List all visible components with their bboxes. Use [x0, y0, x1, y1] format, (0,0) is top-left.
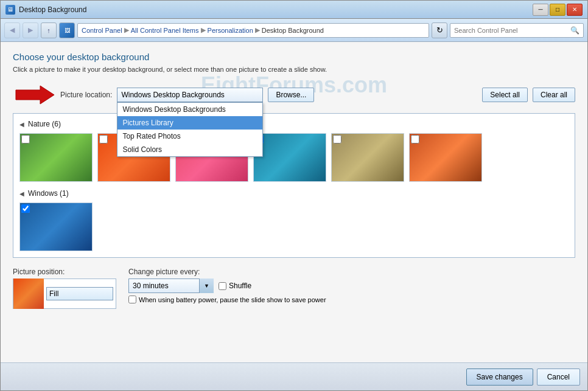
clear-all-button[interactable]: Clear all — [533, 88, 575, 102]
title-bar: 🖥 Desktop Background ─ □ ✕ — [1, 1, 587, 19]
save-changes-button[interactable]: Save changes — [466, 369, 533, 386]
location-select-wrapper: Windows Desktop Backgrounds Pictures Lib… — [117, 88, 263, 102]
windows-group-header: ◀ Windows (1) — [19, 189, 569, 198]
main-content: EightForums.com Choose your desktop back… — [1, 42, 587, 362]
windows-image-row — [19, 202, 569, 251]
battery-row: When using battery power, pause the slid… — [128, 296, 326, 303]
cancel-button[interactable]: Cancel — [537, 369, 580, 386]
shuffle-label: Shuffle — [229, 282, 251, 290]
close-button[interactable]: ✕ — [567, 4, 583, 16]
address-bar: ◀ ▶ ↑ 🖼 Control Panel ▶ All Control Pane… — [1, 19, 587, 42]
nature-collapse-icon[interactable]: ◀ — [19, 121, 24, 128]
window-icon: 🖥 — [5, 5, 15, 15]
svg-marker-0 — [16, 86, 54, 104]
nature-thumb-5[interactable] — [331, 133, 404, 182]
up-button[interactable]: ↑ — [41, 22, 57, 38]
refresh-button[interactable]: ↻ — [432, 22, 447, 38]
back-button[interactable]: ◀ — [4, 22, 20, 38]
windows-group-label: Windows (1) — [28, 189, 69, 198]
nature-image-row — [19, 133, 569, 182]
nature-thumb-1-checkbox[interactable] — [21, 135, 30, 144]
windows-collapse-icon[interactable]: ◀ — [19, 190, 24, 197]
nature-group-label: Nature (6) — [28, 120, 61, 128]
nature-group-header: ◀ Nature (6) — [19, 120, 569, 128]
picture-position-section: Picture position: Fill Fit Stretch Tile … — [13, 268, 116, 309]
breadcrumb-part-active[interactable]: Desktop Background — [262, 27, 324, 34]
windows-group: ◀ Windows (1) — [19, 189, 569, 251]
page-title: Choose your desktop background — [13, 52, 575, 62]
picture-location-select[interactable]: Windows Desktop Backgrounds Pictures Lib… — [117, 88, 263, 102]
breadcrumb-part[interactable]: Control Panel — [82, 27, 122, 34]
select-all-button[interactable]: Select all — [482, 88, 528, 102]
dropdown-item-toprated[interactable]: Top Rated Photos — [117, 130, 262, 143]
picture-location-row: Picture location: Windows Desktop Backgr… — [13, 83, 575, 107]
window-icon-small: 🖼 — [59, 22, 75, 38]
search-box: 🔍 — [450, 23, 584, 38]
dropdown-item-solid[interactable]: Solid Colors — [117, 143, 262, 156]
nature-thumb-6[interactable] — [409, 133, 482, 182]
nature-thumb-6-checkbox[interactable] — [411, 135, 419, 144]
bottom-controls: Picture position: Fill Fit Stretch Tile … — [13, 268, 575, 309]
change-every-select-wrapper: 30 minutes 1 hour 6 hours 1 day ▼ — [128, 279, 214, 293]
windows-thumb-1-checkbox[interactable] — [21, 204, 30, 213]
footer: Save changes Cancel — [1, 362, 587, 390]
nature-thumb-1[interactable] — [19, 133, 93, 182]
change-every-label: Change picture every: — [128, 268, 326, 276]
search-input[interactable] — [454, 27, 568, 34]
desktop-background-window: 🖥 Desktop Background ─ □ ✕ ◀ ▶ ↑ 🖼 Contr… — [0, 0, 588, 391]
maximize-button[interactable]: □ — [550, 4, 565, 16]
title-bar-left: 🖥 Desktop Background — [5, 5, 86, 15]
change-picture-section: Change picture every: 30 minutes 1 hour … — [128, 268, 326, 303]
position-select-row: Fill Fit Stretch Tile Center — [13, 279, 116, 309]
picture-location-label: Picture location: — [60, 91, 112, 99]
breadcrumb-part[interactable]: All Control Panel Items — [131, 27, 199, 34]
title-bar-controls: ─ □ ✕ — [533, 4, 583, 16]
red-arrow-icon — [13, 83, 55, 107]
page-subtitle: Click a picture to make it your desktop … — [13, 66, 575, 73]
location-dropdown: Windows Desktop Backgrounds Pictures Lib… — [117, 102, 263, 157]
image-area: ◀ Nature (6) — [13, 113, 575, 258]
nature-thumb-5-checkbox[interactable] — [333, 135, 341, 144]
battery-label: When using battery power, pause the slid… — [139, 296, 326, 303]
browse-button[interactable]: Browse... — [268, 88, 314, 102]
picture-position-label: Picture position: — [13, 268, 116, 276]
window-title: Desktop Background — [19, 5, 86, 14]
dropdown-item-pictures[interactable]: Pictures Library — [117, 116, 262, 130]
dropdown-item-windows[interactable]: Windows Desktop Backgrounds — [117, 103, 262, 116]
change-every-row: 30 minutes 1 hour 6 hours 1 day ▼ Shuffl… — [128, 279, 326, 293]
breadcrumb: Control Panel ▶ All Control Panel Items … — [77, 23, 429, 38]
position-select-inner: Fill Fit Stretch Tile Center — [44, 287, 116, 300]
shuffle-checkbox[interactable] — [219, 282, 226, 290]
search-icon[interactable]: 🔍 — [570, 26, 579, 35]
change-every-select[interactable]: 30 minutes 1 hour 6 hours 1 day — [128, 279, 214, 293]
nature-thumb-4[interactable] — [253, 133, 326, 182]
nature-thumb-2-checkbox[interactable] — [99, 135, 108, 144]
forward-button[interactable]: ▶ — [23, 22, 38, 38]
minimize-button[interactable]: ─ — [533, 4, 548, 16]
windows-thumb-1[interactable] — [19, 202, 93, 251]
position-dropdown[interactable]: Fill Fit Stretch Tile Center — [46, 287, 113, 300]
position-preview-thumb — [13, 279, 44, 309]
battery-checkbox[interactable] — [128, 296, 136, 303]
shuffle-row: Shuffle — [219, 282, 251, 290]
breadcrumb-part[interactable]: Personalization — [208, 27, 253, 34]
